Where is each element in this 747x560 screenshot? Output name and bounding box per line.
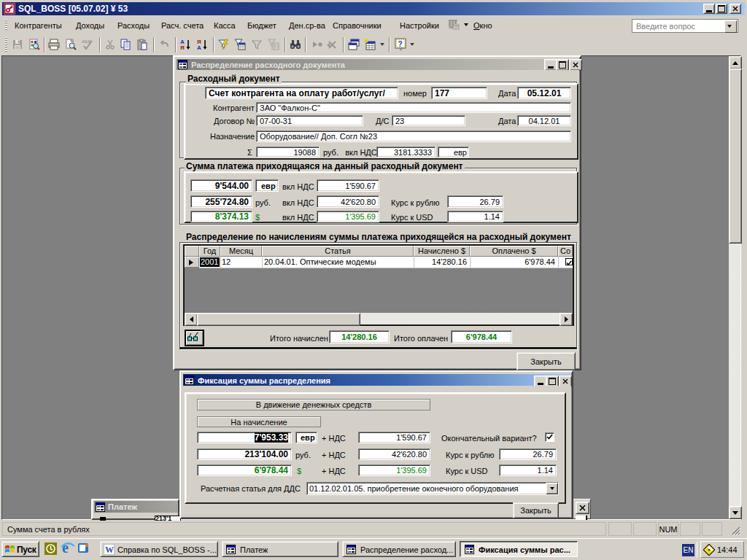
svg-text:Я: Я [180, 44, 185, 50]
svg-text:W: W [105, 545, 114, 555]
svg-text:?: ? [398, 40, 403, 48]
svg-text:А: А [197, 44, 201, 50]
